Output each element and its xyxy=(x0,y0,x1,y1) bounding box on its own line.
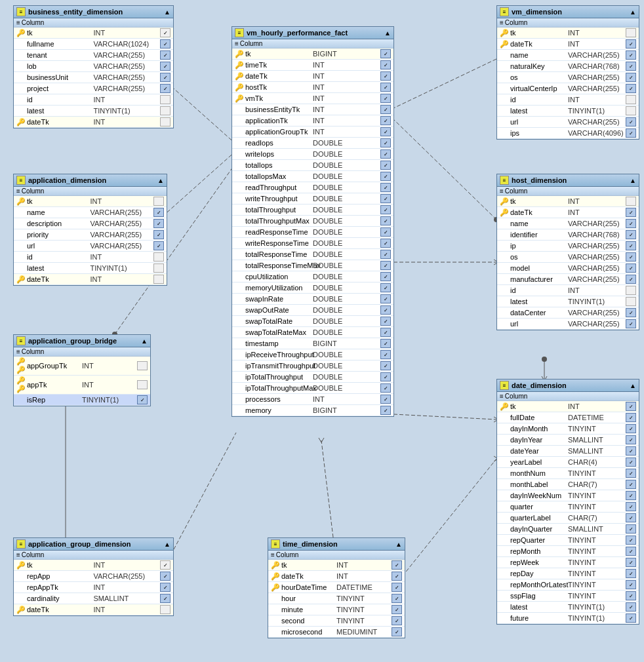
table-header-vhpf: ≡ vm_hourly_performance_fact ▲ xyxy=(232,27,393,39)
col-row: project VARCHAR(255) ✓ xyxy=(14,83,173,94)
col-check: ✓ xyxy=(626,241,636,250)
svg-line-7 xyxy=(163,151,236,216)
col-row: ipReceiveThroughput DOUBLE ✓ xyxy=(232,349,393,360)
col-check xyxy=(626,297,636,306)
col-check: ✓ xyxy=(626,73,636,82)
col-check: ✓ xyxy=(626,263,636,273)
col-row: fullDate DATETIME ✓ xyxy=(497,412,639,423)
col-check: ✓ xyxy=(160,572,171,581)
col-check: ✓ xyxy=(626,50,636,60)
col-header-dd: ≡ Column xyxy=(497,392,639,401)
col-row: dayInMonth TINYINT ✓ xyxy=(497,423,639,435)
col-check: ✓ xyxy=(626,230,636,239)
col-check: ✓ xyxy=(380,49,391,58)
col-row: applicationGroupTk INT ✓ xyxy=(232,127,393,138)
pk-icon: 🔑🔑 xyxy=(16,357,26,374)
col-check: ✓ xyxy=(626,569,636,578)
col-row: naturalKey VARCHAR(768) ✓ xyxy=(497,61,639,72)
table-header-agd: ≡ application_group_dimension ▲ xyxy=(14,538,173,551)
col-header-td: ≡ Column xyxy=(268,551,405,560)
svg-line-12 xyxy=(393,414,496,419)
col-check xyxy=(153,197,164,206)
er-diagram-canvas: ≡ business_entity_dimension ▲ ≡ Column 🔑… xyxy=(0,0,644,662)
svg-line-26 xyxy=(319,438,321,442)
col-check: ✓ xyxy=(392,583,402,592)
col-row: latest TINYINT(1) xyxy=(14,263,167,274)
pk-icon: 🔑 xyxy=(16,118,26,127)
col-check: ✓ xyxy=(380,305,391,315)
col-check: ✓ xyxy=(160,84,171,93)
col-row: id INT xyxy=(14,252,167,263)
col-row: priority VARCHAR(255) ✓ xyxy=(14,229,167,241)
col-row: latest TINYINT(1) xyxy=(497,106,639,117)
col-check: ✓ xyxy=(380,395,391,404)
table-application-dimension: ≡ application_dimension ▲ ≡ Column 🔑 tk … xyxy=(13,174,167,286)
table-icon-agd: ≡ xyxy=(16,539,26,549)
pk-icon: 🔑 xyxy=(500,29,509,37)
col-row: model VARCHAR(255) ✓ xyxy=(497,263,639,274)
col-row: 🔑 dateTk INT xyxy=(14,274,167,285)
table-icon-bed: ≡ xyxy=(16,7,26,16)
col-check xyxy=(626,95,636,104)
pk-icon: 🔑 xyxy=(500,402,509,411)
col-row: swapInRate DOUBLE ✓ xyxy=(232,294,393,305)
col-check: ✓ xyxy=(626,535,636,545)
col-check: ✓ xyxy=(380,116,391,125)
col-check: ✓ xyxy=(160,594,171,603)
col-row: readResponseTime DOUBLE ✓ xyxy=(232,227,393,238)
col-row: ips VARCHAR(4096) ✓ xyxy=(497,128,639,139)
col-check: ✓ xyxy=(380,71,391,81)
sort-icon-vmd: ▲ xyxy=(630,9,636,16)
table-icon-hd: ≡ xyxy=(500,176,509,185)
col-check: ✓ xyxy=(626,602,636,612)
col-row: timestamp BIGINT ✓ xyxy=(232,338,393,349)
col-check: ✓ xyxy=(626,275,636,284)
col-row: ipTotalThroughput DOUBLE ✓ xyxy=(232,372,393,383)
col-row: tenant VARCHAR(255) ✓ xyxy=(14,50,173,61)
col-header-apd: ≡ Column xyxy=(14,187,167,196)
col-check: ✓ xyxy=(153,230,164,239)
col-check: ✓ xyxy=(380,250,391,259)
fk-icon: 🔑 xyxy=(271,583,280,592)
col-row: name VARCHAR(255) ✓ xyxy=(497,218,639,229)
pk-icon: 🔑 xyxy=(500,197,509,206)
col-check: ✓ xyxy=(380,138,391,147)
col-check: ✓ xyxy=(380,261,391,270)
col-check xyxy=(160,117,171,127)
col-row: sspFlag TINYINT ✓ xyxy=(497,591,639,602)
table-title-agd: application_group_dimension xyxy=(28,540,131,548)
sort-icon-vhpf: ▲ xyxy=(384,29,391,37)
col-check: ✓ xyxy=(380,294,391,303)
col-check xyxy=(160,106,171,115)
svg-point-16 xyxy=(542,357,547,362)
col-row: applicationTk INT ✓ xyxy=(232,115,393,127)
col-row: latest TINYINT(1) xyxy=(497,296,639,307)
col-check xyxy=(137,380,148,389)
col-row: url VARCHAR(255) ✓ xyxy=(14,241,167,252)
col-row: repMonth TINYINT ✓ xyxy=(497,546,639,557)
col-check: ✓ xyxy=(153,208,164,217)
table-icon-dd: ≡ xyxy=(500,381,509,390)
col-check: ✓ xyxy=(380,317,391,326)
pk-icon: 🔑 xyxy=(16,29,26,37)
col-check xyxy=(153,252,164,262)
col-check: ✓ xyxy=(626,413,636,422)
col-check: ✓ xyxy=(626,117,636,127)
fk-icon: 🔑 xyxy=(271,572,280,581)
col-check: ✓ xyxy=(626,524,636,534)
col-row: ipTotalThroughputMax DOUBLE ✓ xyxy=(232,383,393,394)
col-check xyxy=(626,106,636,115)
col-row: quarterLabel CHAR(7) ✓ xyxy=(497,513,639,524)
svg-line-28 xyxy=(399,459,496,581)
col-row: monthLabel CHAR(7) ✓ xyxy=(497,479,639,490)
col-row: 🔑 dateTk INT ✓ xyxy=(232,71,393,82)
col-row: manufacturer VARCHAR(255) ✓ xyxy=(497,274,639,285)
table-title-bed: business_entity_dimension xyxy=(28,8,123,16)
sort-icon-hd: ▲ xyxy=(630,177,636,184)
col-row: memoryUtilization DOUBLE ✓ xyxy=(232,282,393,294)
col-row: minute TINYINT ✓ xyxy=(268,604,405,615)
fk-icon: 🔑 xyxy=(235,94,244,103)
col-row: totalIopsMax DOUBLE ✓ xyxy=(232,171,393,182)
pk-icon: 🔑 xyxy=(16,275,26,284)
col-check xyxy=(160,605,171,614)
